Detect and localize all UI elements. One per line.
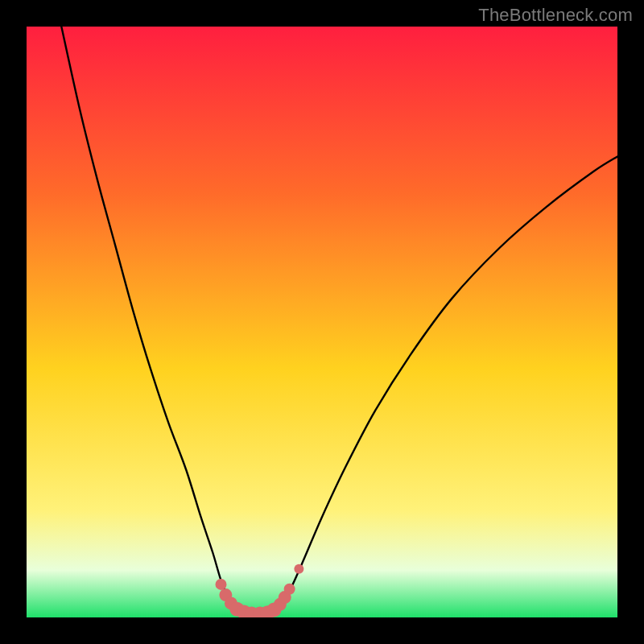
watermark-text: TheBottleneck.com [478, 5, 633, 26]
plot-background [27, 27, 617, 617]
curve-marker [294, 564, 303, 574]
chart-frame: TheBottleneck.com [0, 0, 644, 644]
chart-svg [0, 0, 644, 644]
curve-marker [284, 584, 295, 595]
curve-marker [215, 579, 226, 590]
